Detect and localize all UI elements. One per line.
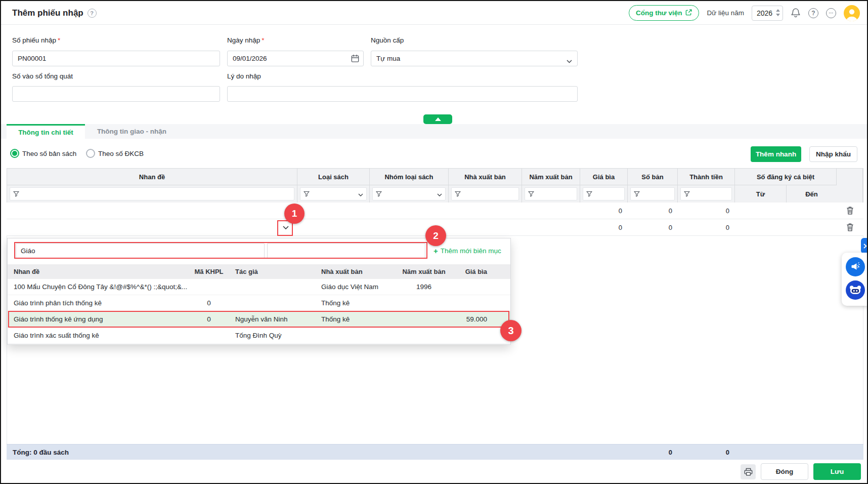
import-button[interactable]: Nhập khẩu: [809, 146, 857, 162]
ddcol-publisher: Nhà xuất bản: [315, 264, 396, 279]
ddcol-year: Năm xuất bản: [396, 264, 452, 279]
col-amount[interactable]: Thành tiền: [678, 169, 735, 185]
list-item-highlighted[interactable]: Giáo trình thống kê ứng dụng 0 Nguyễn vă…: [8, 311, 510, 328]
chevron-right-icon: [863, 244, 867, 249]
funnel-icon: [634, 191, 640, 197]
annotation-step3-badge: 3: [500, 320, 522, 341]
tab-bar: Thông tin chi tiết Thông tin giao - nhận: [1, 124, 867, 139]
col-publisher[interactable]: Nhà xuất bản: [449, 169, 522, 185]
more-options-icon[interactable]: ···: [826, 8, 836, 18]
calendar-icon[interactable]: [351, 54, 359, 65]
app-header: Thêm phiếu nhập ? Cổng thư viện Dữ liệu …: [1, 1, 867, 25]
import-date-label: Ngày nhập*: [227, 36, 265, 44]
row2-cover-price: 0: [580, 219, 627, 235]
required-mark: *: [58, 36, 60, 44]
funnel-icon: [586, 191, 592, 197]
col-registration-group: Số đăng ký cá biệt: [735, 169, 837, 185]
col-book-type[interactable]: Loại sách: [297, 169, 370, 185]
filter-cover-price[interactable]: [580, 185, 628, 203]
row1-cover-price: 0: [580, 203, 627, 219]
funnel-icon: [13, 191, 19, 197]
filter-title[interactable]: [7, 185, 297, 203]
list-item[interactable]: 100 Mẩu Chuyện Cổ Đông Tây &!@#$%^&*() :…: [8, 279, 510, 295]
filter-book-type-group[interactable]: [370, 185, 449, 203]
plus-icon: +: [433, 247, 438, 255]
quick-add-button[interactable]: Thêm nhanh: [751, 146, 801, 162]
receipt-number-field[interactable]: [12, 51, 220, 66]
title-autocomplete-panel: + Thêm mới biên mục Nhan đề Mã KHPL Tác …: [7, 238, 511, 345]
supply-source-value: Tự mua: [376, 55, 400, 62]
annotation-step1-badge: 1: [284, 204, 305, 224]
title-secondary-input[interactable]: [267, 243, 425, 259]
trash-icon: [846, 206, 854, 215]
print-button[interactable]: [741, 464, 756, 479]
header-actions: Cổng thư viện Dữ liệu năm ? ···: [629, 1, 860, 25]
external-link-icon: [685, 9, 692, 17]
funnel-icon: [303, 191, 310, 197]
save-button[interactable]: Lưu: [813, 463, 861, 480]
table-row[interactable]: 0 0 0: [7, 203, 863, 219]
trash-icon: [846, 223, 854, 232]
tab-delivery-info[interactable]: Thông tin giao - nhận: [85, 124, 179, 139]
import-date-field[interactable]: [227, 51, 364, 66]
row1-amount: 0: [677, 203, 734, 219]
dock-expand-button[interactable]: [861, 238, 868, 254]
add-new-catalog-label: Thêm mới biên mục: [441, 247, 501, 255]
col-publish-year[interactable]: Năm xuất bản: [522, 169, 580, 185]
title-search-input[interactable]: [16, 243, 265, 259]
year-spinner-arrows[interactable]: [776, 9, 780, 16]
list-item[interactable]: Giáo trình phân tích thống kê 0 Thống kê: [8, 295, 510, 311]
radio-by-dkcb-label[interactable]: Theo số ĐKCB: [98, 150, 144, 157]
import-date-wrapper: [227, 51, 364, 66]
general-ledger-field[interactable]: [12, 86, 220, 102]
filter-publish-year[interactable]: [522, 185, 580, 203]
supply-source-select[interactable]: Tự mua: [371, 51, 578, 66]
chatbot-icon[interactable]: [846, 280, 865, 300]
radio-by-dkcb[interactable]: [86, 149, 95, 158]
supply-source-label: Nguồn cấp: [371, 36, 404, 44]
help-icon[interactable]: ?: [808, 8, 818, 18]
grid-totals-row: Tổng: 0 đầu sách 0 0: [7, 444, 863, 460]
ddcol-price: Giá bìa: [452, 264, 511, 279]
col-actions: [837, 169, 863, 203]
col-book-type-group[interactable]: Nhóm loại sách: [370, 169, 449, 185]
totals-label: Tổng: 0 đầu sách: [7, 445, 627, 460]
totals-amount: 0: [677, 445, 734, 460]
subcol-to: Đến: [787, 185, 837, 203]
library-portal-label: Cổng thư viện: [636, 9, 682, 17]
import-reason-field[interactable]: [227, 86, 578, 102]
library-portal-button[interactable]: Cổng thư viện: [629, 5, 700, 21]
delete-row-button[interactable]: [846, 206, 854, 215]
title-help-icon[interactable]: ?: [88, 9, 97, 18]
list-item[interactable]: Giáo trình xác suất thống kê Tống Đình Q…: [8, 328, 510, 344]
user-avatar[interactable]: [844, 5, 860, 21]
announcement-icon[interactable]: [846, 257, 865, 276]
autocomplete-header: Nhan đề Mã KHPL Tác giả Nhà xuất bản Năm…: [8, 264, 510, 279]
ddcol-title: Nhan đề: [8, 264, 189, 279]
col-title[interactable]: Nhan đề: [7, 169, 297, 185]
col-cover-price[interactable]: Giá bìa: [580, 169, 628, 185]
delete-row-button[interactable]: [846, 223, 854, 232]
spinner-down-icon[interactable]: [776, 14, 780, 16]
filter-copies[interactable]: [628, 185, 678, 203]
filter-amount[interactable]: [678, 185, 735, 203]
chevron-down-icon: [567, 57, 572, 65]
funnel-icon: [684, 191, 690, 197]
close-button[interactable]: Đóng: [761, 463, 808, 480]
add-new-catalog-link[interactable]: + Thêm mới biên mục: [433, 247, 501, 255]
col-copies[interactable]: Số bản: [628, 169, 678, 185]
radio-by-copies[interactable]: [10, 149, 19, 158]
filter-publisher[interactable]: [449, 185, 522, 203]
collapse-form-button[interactable]: [423, 114, 452, 124]
spinner-up-icon[interactable]: [776, 9, 780, 12]
row2-copies: 0: [627, 219, 677, 235]
tab-detail-info[interactable]: Thông tin chi tiết: [7, 124, 85, 139]
annotation-step2-badge: 2: [425, 225, 446, 246]
filter-book-type[interactable]: [297, 185, 370, 203]
general-ledger-label: Số vào sổ tổng quát: [12, 72, 73, 80]
notification-bell-icon[interactable]: [791, 8, 801, 18]
radio-by-copies-label[interactable]: Theo số bản sách: [22, 150, 76, 157]
import-reason-label: Lý do nhập: [227, 72, 261, 80]
funnel-icon: [455, 191, 461, 197]
required-mark: *: [262, 36, 264, 44]
